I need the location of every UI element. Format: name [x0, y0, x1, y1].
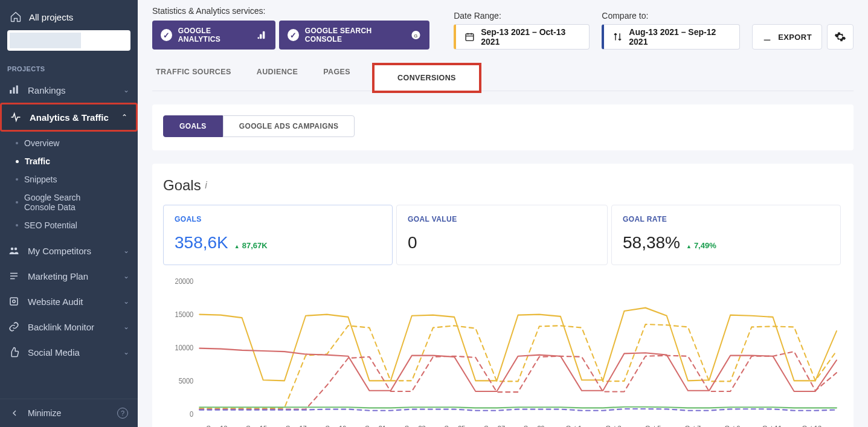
tab-traffic-sources[interactable]: TRAFFIC SOURCES [152, 60, 235, 91]
metric-caption: GOAL VALUE [408, 215, 596, 223]
tab-pages[interactable]: PAGES [320, 60, 354, 91]
sidebar-subitem-seo[interactable]: SEO Potential [0, 216, 138, 234]
date-range-button[interactable]: Sep-13 2021 – Oct-13 2021 [454, 24, 590, 50]
svg-text:G: G [414, 33, 418, 39]
service-badge-gsc[interactable]: ✓ GOOGLE SEARCH CONSOLE G [279, 21, 429, 50]
chevron-down-icon: ⌄ [123, 348, 129, 356]
svg-point-9 [257, 37, 259, 39]
settings-button[interactable] [827, 24, 854, 50]
sidebar-item-analytics[interactable]: Analytics & Traffic ⌃ [0, 103, 138, 132]
projects-section-label: PROJECTS [0, 59, 138, 77]
sidebar-subitem-label: Traffic [25, 156, 50, 166]
service-badge-ga[interactable]: ✓ GOOGLE ANALYTICS [152, 21, 275, 50]
sidebar-subitem-traffic[interactable]: Traffic [0, 152, 138, 170]
home-icon [10, 11, 22, 23]
svg-point-4 [14, 248, 18, 251]
sidebar-item-label: My Competitors [28, 246, 115, 256]
svg-rect-1 [13, 88, 15, 94]
compare-label: Compare to: [602, 11, 740, 21]
ga-icon [257, 30, 267, 40]
metric-caption: GOALS [175, 215, 381, 223]
sidebar-item-rankings[interactable]: Rankings ⌄ [0, 77, 138, 103]
metric-value: 358,6K [175, 233, 228, 252]
metric-delta: 87,67K [234, 241, 268, 250]
metric-delta: 7,49% [686, 241, 716, 250]
sidebar-subitem-gsc[interactable]: Google Search Console Data [0, 188, 138, 216]
date-range-label: Date Range: [454, 11, 590, 21]
svg-rect-0 [10, 90, 11, 94]
gear-icon [834, 31, 846, 43]
toggle-goals[interactable]: GOALS [163, 115, 223, 137]
metric-goal-rate[interactable]: GOAL RATE 58,38%7,49% [611, 205, 841, 265]
svg-rect-7 [263, 31, 265, 39]
svg-point-6 [13, 300, 16, 303]
check-icon: ✓ [288, 29, 299, 41]
chevron-down-icon: ⌄ [123, 297, 129, 306]
tab-audience[interactable]: AUDIENCE [253, 60, 301, 91]
sidebar-item-marketing[interactable]: Marketing Plan ⌄ [0, 263, 138, 289]
sidebar-subitem-snippets[interactable]: Snippets [0, 170, 138, 188]
sidebar-item-competitors[interactable]: My Competitors ⌄ [0, 238, 138, 263]
pulse-icon [10, 112, 21, 123]
project-selector[interactable] [7, 30, 130, 51]
services-label: Statistics & Analytics services: [152, 6, 429, 16]
all-projects-link[interactable]: All projects [0, 0, 138, 30]
chevron-down-icon: ⌄ [123, 323, 129, 331]
svg-text:15000: 15000 [175, 311, 194, 318]
g-icon: G [411, 30, 421, 40]
sidebar-item-label: Backlink Monitor [28, 322, 115, 332]
link-icon [8, 321, 19, 332]
sidebar-item-audit[interactable]: Website Audit ⌄ [0, 289, 138, 314]
toggle-ads[interactable]: GOOGLE ADS CAMPAIGNS [223, 115, 355, 137]
tab-conversions[interactable]: CONVERSIONS [372, 63, 481, 93]
svg-text:20000: 20000 [175, 278, 194, 285]
scan-icon [8, 296, 19, 307]
sidebar-item-backlink[interactable]: Backlink Monitor ⌄ [0, 314, 138, 339]
chevron-down-icon: ⌄ [123, 86, 129, 94]
sidebar-subitem-label: Overview [24, 138, 59, 148]
metric-goal-value[interactable]: GOAL VALUE 0 [396, 205, 608, 265]
svg-text:5000: 5000 [179, 377, 194, 384]
metric-goals[interactable]: GOALS 358,6K87,67K [163, 205, 393, 265]
chevron-down-icon: ⌄ [123, 272, 129, 280]
sidebar-item-label: Social Media [28, 347, 115, 358]
sidebar-item-label: Rankings [28, 85, 115, 95]
people-icon [8, 245, 19, 256]
metric-value: 58,38% [623, 233, 680, 252]
swap-icon [612, 31, 623, 42]
svg-text:0: 0 [190, 410, 193, 417]
thumb-icon [8, 347, 19, 358]
svg-rect-2 [16, 86, 18, 94]
metric-caption: GOAL RATE [623, 215, 829, 223]
bars-icon [8, 85, 19, 95]
goals-title: Goals i [163, 177, 843, 194]
compare-range-value: Aug-13 2021 – Sep-12 2021 [629, 27, 731, 47]
sidebar-item-label: Analytics & Traffic [30, 112, 113, 123]
compare-range-button[interactable]: Aug-13 2021 – Sep-12 2021 [602, 24, 740, 50]
minimize-label: Minimize [28, 408, 61, 418]
export-button[interactable]: EXPORT [752, 24, 822, 50]
help-icon[interactable]: ? [117, 408, 128, 419]
sidebar: All projects PROJECTS Rankings ⌄ Analyti… [0, 0, 138, 427]
sidebar-item-social[interactable]: Social Media ⌄ [0, 339, 138, 365]
svg-point-3 [11, 248, 14, 251]
sidebar-item-label: Marketing Plan [28, 271, 115, 281]
svg-rect-8 [260, 34, 262, 39]
goals-block: Goals i GOALS 358,6K87,67K GOAL VALUE 0 … [152, 164, 854, 427]
svg-rect-12 [466, 34, 474, 40]
service-badge-label: GOOGLE SEARCH CONSOLE [305, 27, 405, 43]
sidebar-subitem-label: Snippets [24, 175, 57, 184]
arrow-left-icon [10, 408, 19, 418]
sidebar-subitem-label: Google Search Console Data [24, 193, 109, 212]
all-projects-label: All projects [29, 12, 73, 22]
sidebar-subitem-label: SEO Potential [24, 220, 77, 230]
minimize-button[interactable]: Minimize ? [0, 399, 138, 427]
analytics-subnav: Overview Traffic Snippets Google Search … [0, 132, 138, 238]
sidebar-subitem-overview[interactable]: Overview [0, 134, 138, 152]
check-icon: ✓ [161, 29, 172, 41]
chevron-down-icon: ⌄ [123, 246, 129, 255]
toggle-panel: GOALS GOOGLE ADS CAMPAIGNS [152, 104, 854, 150]
svg-rect-5 [10, 298, 18, 305]
service-badge-label: GOOGLE ANALYTICS [178, 27, 251, 43]
list-icon [8, 271, 19, 281]
